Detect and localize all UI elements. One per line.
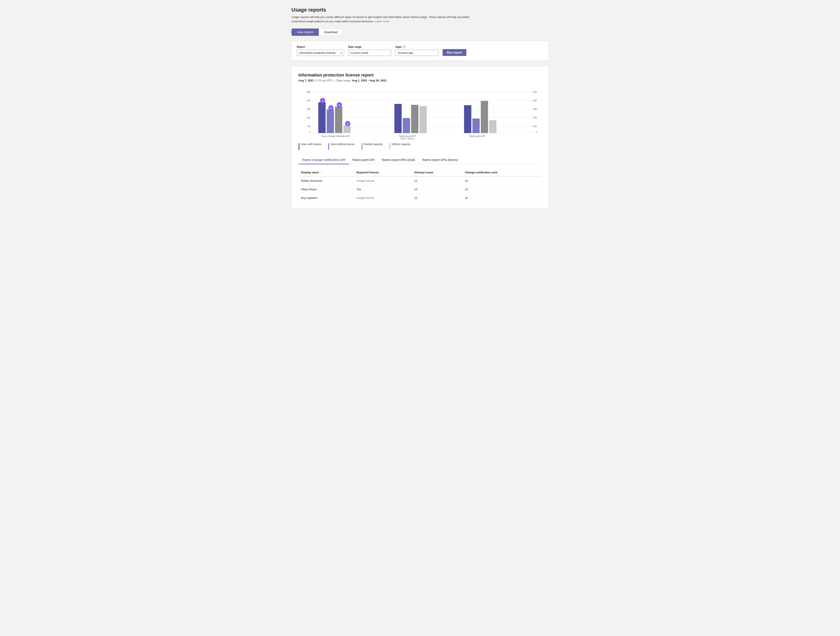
report-label: Report — [297, 46, 344, 49]
svg-text:24k: 24k — [306, 99, 310, 102]
cell-display-name-3: Roy Appleton — [298, 194, 354, 202]
legend-label-users-without-license: Users without license — [330, 143, 355, 146]
svg-text:Teams export API: Teams export API — [399, 135, 415, 137]
cell-change-notification-2: 10 — [462, 185, 542, 194]
legend-color-users-without-license — [328, 143, 329, 150]
date-range-input[interactable] — [348, 50, 391, 56]
filter-panel: Report Information protection license Da… — [292, 41, 549, 60]
apps-info-icon: i — [403, 46, 406, 49]
col-required-license: Required license — [354, 169, 412, 176]
legend-color-users-with-license — [298, 143, 300, 150]
col-change-notification-sent: Change notification sent — [462, 169, 542, 176]
main-tabs: View reports Download — [292, 28, 549, 36]
cell-change-notification-3: 10 — [462, 194, 542, 202]
bar-group1-users-without-license — [327, 109, 334, 133]
cell-required-license-3: Assign license — [354, 194, 412, 202]
sub-tab-patch-api[interactable]: Teams patch API — [349, 156, 378, 164]
bar-group1-seeded-capacity — [335, 106, 342, 133]
assign-license-link-1[interactable]: Assign license — [357, 179, 374, 182]
legend-color-seeded-capacity — [362, 143, 362, 150]
svg-text:0: 0 — [535, 131, 537, 134]
report-select-wrapper: Information protection license — [297, 50, 344, 56]
cell-display-name-2: Hilary Reyes — [298, 185, 354, 194]
date-range-filter-group: Date range — [348, 46, 391, 56]
page-description: Usage reports will help you create diffe… — [292, 15, 485, 24]
bar-group3-users-without-license — [472, 118, 480, 133]
col-display-name[interactable]: Display name ↓ — [298, 169, 354, 176]
bar-chart: 30k 24k 18k 12k 6k 0 500 400 300 200 100… — [298, 88, 542, 139]
svg-text:4: 4 — [330, 107, 332, 109]
legend-label-seeded-capacity: Seeded capacity — [364, 143, 383, 146]
sub-tab-export-chat[interactable]: Teams export APIs (chat) — [378, 156, 418, 164]
bar-group1-users-with-license — [318, 102, 325, 133]
cell-required-license-1: Assign license — [354, 176, 412, 185]
legend-seeded-capacity: Seeded capacity — [362, 143, 383, 150]
bar-group2-users-without-license — [403, 118, 410, 133]
legend-utilized-capacity: Utilized capacity — [390, 143, 410, 150]
bar-group1-utilized-capacity — [343, 125, 351, 133]
sub-tab-change-notification[interactable]: Teams change notification API — [298, 156, 349, 164]
cell-attempt-count-2: 13 — [412, 185, 462, 194]
svg-text:Teams patch API: Teams patch API — [469, 135, 485, 137]
svg-text:12k: 12k — [306, 116, 310, 119]
svg-text:6: 6 — [347, 123, 348, 125]
table-row: Roy Appleton Assign license 12 10 — [298, 194, 542, 202]
legend-color-utilized-capacity — [390, 143, 390, 150]
apps-label: Apps i — [395, 46, 438, 49]
bar-group2-users-with-license — [395, 104, 402, 133]
cell-attempt-count-3: 12 — [412, 194, 462, 202]
svg-text:3: 3 — [322, 99, 323, 102]
report-title: Information protection license report — [298, 73, 542, 77]
legend-label-users-with-license: Users with license — [301, 143, 322, 146]
report-filter-group: Report Information protection license — [297, 46, 344, 56]
report-card: Information protection license report Au… — [292, 66, 549, 208]
sort-icon-display-name: ↓ — [321, 171, 322, 174]
legend-users-with-license: Users with license — [298, 143, 322, 150]
col-attempt-count: Attempt count — [412, 169, 462, 176]
cell-required-license-2: Yes — [354, 185, 412, 194]
apps-filter-group: Apps i — [395, 46, 438, 56]
report-select[interactable]: Information protection license — [297, 50, 344, 56]
legend-users-without-license: Users without license — [328, 143, 355, 150]
svg-text:18k: 18k — [306, 108, 310, 110]
report-meta: Aug 7, 2021 11:59 am (PT) | Date range: … — [298, 79, 542, 82]
date-range-label: Date range — [348, 46, 391, 49]
cell-attempt-count-1: 12 — [412, 176, 462, 185]
svg-text:0: 0 — [309, 131, 310, 134]
assign-license-link-3[interactable]: Assign license — [357, 196, 374, 199]
tab-download[interactable]: Download — [319, 28, 343, 36]
svg-text:(chat + teams): (chat + teams) — [400, 137, 414, 139]
table-row: Babak Shammas Assign license 12 10 — [298, 176, 542, 185]
svg-text:Teams change notification API: Teams change notification API — [321, 135, 350, 137]
run-report-button[interactable]: Run report — [443, 49, 467, 56]
page-title: Usage reports — [292, 7, 549, 13]
sub-tabs: Teams change notification API Teams patc… — [298, 156, 542, 164]
cell-display-name-1: Babak Shammas — [298, 176, 354, 185]
learn-more-link[interactable]: Learn more — [375, 20, 389, 23]
table-row: Hilary Reyes Yes 13 10 — [298, 185, 542, 194]
bar-group3-seeded-capacity — [481, 101, 488, 133]
chart-legend: Users with license Users without license… — [298, 143, 542, 150]
tab-view-reports[interactable]: View reports — [292, 28, 319, 36]
bar-group3-users-with-license — [464, 105, 471, 133]
bar-group2-seeded-capacity — [411, 105, 418, 133]
svg-text:6k: 6k — [308, 125, 310, 128]
chart-area: 30k 24k 18k 12k 6k 0 500 400 300 200 100… — [298, 88, 542, 150]
svg-text:5: 5 — [338, 104, 340, 106]
svg-text:30k: 30k — [306, 91, 310, 93]
data-table: Display name ↓ Required license Attempt … — [298, 169, 542, 202]
cell-change-notification-1: 10 — [462, 176, 542, 185]
bar-group3-utilized-capacity — [489, 120, 496, 133]
sub-tab-export-teams[interactable]: Teams export APIs (teams) — [418, 156, 461, 164]
apps-input[interactable] — [395, 50, 438, 56]
legend-label-utilized-capacity: Utilized capacity — [392, 143, 410, 146]
bar-group2-utilized-capacity — [420, 106, 427, 133]
